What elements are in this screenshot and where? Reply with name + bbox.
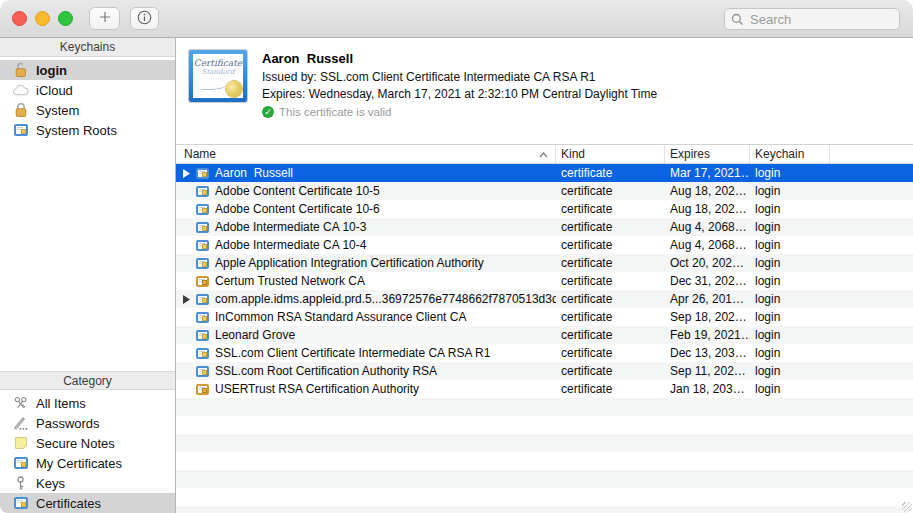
sidebar-item-icloud[interactable]: iCloud	[0, 80, 175, 100]
table-row[interactable]: Leonard GrovecertificateFeb 19, 2021…log…	[176, 326, 913, 344]
table-row[interactable]: Adobe Content Certificate 10-5certificat…	[176, 182, 913, 200]
column-header-label: Expires	[670, 147, 710, 161]
titlebar[interactable]	[0, 0, 913, 38]
expires-cell: Jan 18, 203…	[665, 382, 750, 396]
category-item-certificates[interactable]: Certificates	[0, 493, 175, 513]
close-button[interactable]	[12, 11, 27, 26]
category-item-label: Certificates	[36, 496, 101, 511]
certificate-icon	[196, 276, 209, 287]
unlocked-padlock-icon	[12, 62, 29, 78]
table-row[interactable]: Certum Trusted Network CAcertificateDec …	[176, 272, 913, 290]
disclosure-triangle-icon[interactable]	[183, 169, 196, 178]
zoom-button[interactable]	[58, 11, 73, 26]
table-row[interactable]: com.apple.idms.appleid.prd.5...36972576e…	[176, 290, 913, 308]
sort-ascending-icon	[539, 147, 548, 161]
kind-cell: certificate	[556, 346, 665, 360]
name-cell: Leonard Grove	[176, 328, 556, 342]
column-header-name[interactable]: Name	[176, 145, 556, 163]
category-item-secure-notes[interactable]: Secure Notes	[0, 433, 175, 453]
certificate-name: Apple Application Integration Certificat…	[215, 256, 484, 270]
category-item-my-certificates[interactable]: My Certificates	[0, 453, 175, 473]
info-button[interactable]	[130, 7, 159, 30]
certificate-name: Certum Trusted Network CA	[215, 274, 365, 288]
certificate-name: Adobe Content Certificate 10-5	[215, 184, 380, 198]
sidebar-item-label: System	[36, 103, 79, 118]
certificate-name: Adobe Content Certificate 10-6	[215, 202, 380, 216]
certificate-icon	[196, 204, 209, 215]
sidebar-item-system-roots[interactable]: System Roots	[0, 120, 175, 140]
name-cell: SSL.com Client Certificate Intermediate …	[176, 346, 556, 360]
search-field[interactable]	[724, 8, 900, 30]
main-pane: Certificate Standard Aaron Russell Issue…	[176, 38, 913, 513]
category-item-keys[interactable]: Keys	[0, 473, 175, 493]
plus-icon	[99, 11, 111, 26]
certificate-name: USERTrust RSA Certification Authority	[215, 382, 419, 396]
minimize-button[interactable]	[35, 11, 50, 26]
keys-icon	[12, 396, 29, 411]
table-row[interactable]: InCommon RSA Standard Assurance Client C…	[176, 308, 913, 326]
kind-cell: certificate	[556, 292, 665, 306]
kind-cell: certificate	[556, 166, 665, 180]
category-item-label: Keys	[36, 476, 65, 491]
column-header-label: Kind	[561, 147, 585, 161]
category-item-label: Secure Notes	[36, 436, 115, 451]
category-list: All ItemsPasswordsSecure NotesMy Certifi…	[0, 390, 175, 513]
sidebar-item-login[interactable]: login	[0, 60, 175, 80]
certificate-icon	[12, 124, 29, 136]
category-item-all-items[interactable]: All Items	[0, 393, 175, 413]
kind-cell: certificate	[556, 364, 665, 378]
column-header-label: Name	[184, 147, 216, 161]
table-row[interactable]: Adobe Content Certificate 10-6certificat…	[176, 200, 913, 218]
certificate-icon	[196, 312, 209, 323]
expires-line: Expires: Wednesday, March 17, 2021 at 2:…	[262, 87, 657, 101]
kind-cell: certificate	[556, 256, 665, 270]
category-item-passwords[interactable]: Passwords	[0, 413, 175, 433]
certificate-name: SSL.com Root Certification Authority RSA	[215, 364, 437, 378]
table-row[interactable]: Adobe Intermediate CA 10-3certificateAug…	[176, 218, 913, 236]
expires-cell: Aug 18, 202…	[665, 184, 750, 198]
name-cell: Adobe Intermediate CA 10-4	[176, 238, 556, 252]
disclosure-triangle-icon[interactable]	[183, 295, 196, 304]
table-row[interactable]: Aaron RussellcertificateMar 17, 2021…log…	[176, 164, 913, 182]
keychain-access-window: Keychains loginiCloudSystemSystem Roots …	[0, 0, 913, 513]
certificate-icon	[12, 457, 29, 469]
category-header: Category	[0, 371, 175, 390]
expires-cell: Dec 13, 203…	[665, 346, 750, 360]
search-input[interactable]	[748, 11, 893, 28]
keychain-cell: login	[750, 382, 830, 396]
certificate-badge-icon: Certificate Standard	[189, 50, 247, 102]
add-item-button[interactable]	[89, 7, 120, 30]
table-header: NameKindExpiresKeychain	[176, 145, 913, 164]
table-row[interactable]: SSL.com Root Certification Authority RSA…	[176, 362, 913, 380]
category-item-label: Passwords	[36, 416, 100, 431]
table-row[interactable]: USERTrust RSA Certification Authoritycer…	[176, 380, 913, 398]
sidebar-item-label: iCloud	[36, 83, 73, 98]
keychain-cell: login	[750, 238, 830, 252]
empty-row	[176, 470, 913, 488]
expires-cell: Dec 31, 202…	[665, 274, 750, 288]
sidebar: Keychains loginiCloudSystemSystem Roots …	[0, 38, 176, 513]
name-cell: com.apple.idms.appleid.prd.5...36972576e…	[176, 292, 556, 306]
table-row[interactable]: Adobe Intermediate CA 10-4certificateAug…	[176, 236, 913, 254]
key-icon	[12, 476, 29, 491]
name-cell: Adobe Content Certificate 10-6	[176, 202, 556, 216]
keychains-list: loginiCloudSystemSystem Roots	[0, 57, 175, 140]
certificate-icon	[196, 168, 209, 179]
expires-cell: Mar 17, 2021…	[665, 166, 750, 180]
badge-word: Certificate	[193, 58, 243, 68]
column-header-kind[interactable]: Kind	[556, 145, 665, 163]
sidebar-item-label: login	[36, 63, 67, 78]
valid-check-icon: ✓	[262, 106, 274, 118]
kind-cell: certificate	[556, 202, 665, 216]
category-item-label: All Items	[36, 396, 86, 411]
certificate-icon	[196, 294, 209, 305]
column-header-expires[interactable]: Expires	[665, 145, 750, 163]
column-header-keychain[interactable]: Keychain	[750, 145, 830, 163]
kind-cell: certificate	[556, 184, 665, 198]
certificate-name: Adobe Intermediate CA 10-4	[215, 238, 366, 252]
table-row[interactable]: Apple Application Integration Certificat…	[176, 254, 913, 272]
category-item-label: My Certificates	[36, 456, 122, 471]
table-row[interactable]: SSL.com Client Certificate Intermediate …	[176, 344, 913, 362]
sidebar-item-system[interactable]: System	[0, 100, 175, 120]
keychain-cell: login	[750, 202, 830, 216]
